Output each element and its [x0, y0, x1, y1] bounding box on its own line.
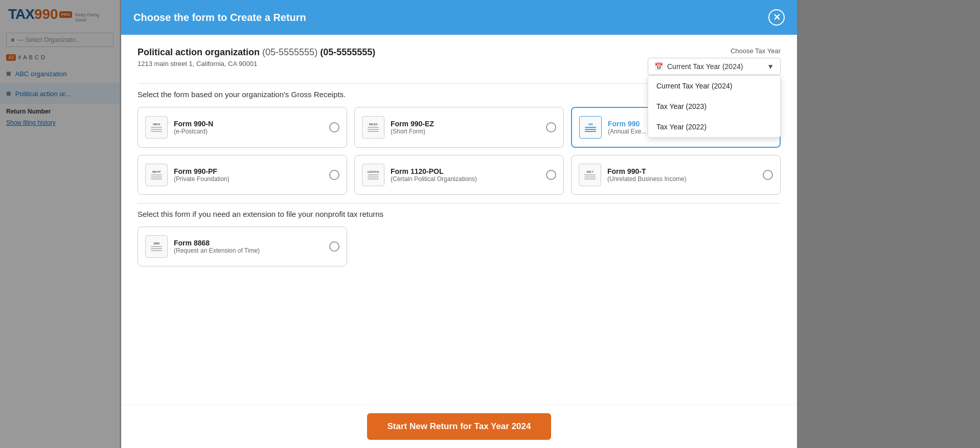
form-icon-990n: 990-N — [145, 116, 168, 139]
tax-year-dropdown-menu: Current Tax Year (2024) Tax Year (2023) … — [648, 75, 781, 138]
form-card-990ez[interactable]: 990-EZ Form 990-EZ (Short Form) — [354, 107, 564, 148]
form-name-8868: Form 8868 — [174, 239, 323, 247]
radio-8868[interactable] — [329, 241, 339, 252]
form-text-990n: Form 990-N (e-Postcard) — [174, 120, 323, 135]
tax-year-option-2023[interactable]: Tax Year (2023) — [648, 96, 780, 117]
start-return-button[interactable]: Start New Return for Tax Year 2024 — [367, 413, 552, 440]
form-icon-1120pol: 1120-POL — [362, 164, 384, 186]
org-ein: (05-5555555) — [262, 47, 317, 57]
form-icon-990ez: 990-EZ — [362, 116, 384, 139]
form-desc-1120pol: (Certain Political Organizations) — [391, 175, 540, 183]
radio-990pf[interactable] — [329, 170, 339, 180]
modal-body: Political action organization (05-555555… — [121, 35, 797, 405]
form-desc-990pf: (Private Foundation) — [174, 175, 323, 183]
form-icon-990t: 990-T — [579, 164, 601, 186]
form-icon-990: 990 — [579, 116, 602, 139]
form-name-990n: Form 990-N — [174, 120, 323, 128]
extension-title: Select this form if you need an extensio… — [138, 210, 781, 218]
form-name-990t: Form 990-T — [607, 167, 757, 175]
form-name-990ez: Form 990-EZ — [391, 120, 540, 128]
radio-990ez[interactable] — [546, 122, 556, 132]
radio-990n[interactable] — [329, 122, 339, 132]
form-text-8868: Form 8868 (Request an Extension of Time) — [174, 239, 323, 254]
form-name-990pf: Form 990-PF — [174, 167, 323, 175]
radio-1120pol[interactable] — [546, 170, 556, 180]
radio-990t[interactable] — [763, 170, 773, 180]
form-card-990pf[interactable]: 990-PF Form 990-PF (Private Foundation) — [138, 155, 347, 195]
org-address: 1213 main street 1, California, CA 90001 — [138, 60, 375, 68]
form-desc-990ez: (Short Form) — [391, 128, 540, 135]
form-name-1120pol: Form 1120-POL — [391, 167, 540, 175]
calendar-icon: 📅 — [654, 62, 663, 71]
form-icon-8868: 8868 — [145, 235, 168, 258]
form-desc-990n: (e-Postcard) — [174, 128, 323, 135]
modal-close-button[interactable]: ✕ — [768, 9, 785, 26]
modal-footer: Start New Return for Tax Year 2024 — [121, 405, 797, 448]
form-desc-990t: (Unrelated Business Income) — [607, 175, 757, 183]
form-card-990t[interactable]: 990-T Form 990-T (Unrelated Business Inc… — [571, 155, 781, 195]
form-card-990n[interactable]: 990-N Form 990-N (e-Postcard) — [138, 107, 347, 148]
org-header: Political action organization (05-555555… — [138, 47, 781, 75]
form-desc-8868: (Request an Extension of Time) — [174, 247, 323, 254]
form-icon-990pf: 990-PF — [145, 164, 168, 186]
dropdown-arrow-icon: ▼ — [767, 62, 774, 71]
org-ein-val: (05-5555555) — [320, 47, 375, 57]
form-card-8868[interactable]: 8868 Form 8868 (Request an Extension of … — [138, 227, 347, 266]
modal-title: Choose the form to Create a Return — [133, 12, 306, 24]
tax-year-section: Choose Tax Year 📅 Current Tax Year (2024… — [648, 47, 781, 75]
org-info: Political action organization (05-555555… — [138, 47, 375, 68]
tax-year-option-2022[interactable]: Tax Year (2022) — [648, 117, 780, 137]
form-text-1120pol: Form 1120-POL (Certain Political Organiz… — [391, 167, 540, 183]
form-text-990t: Form 990-T (Unrelated Business Income) — [607, 167, 757, 183]
tax-year-label: Choose Tax Year — [731, 47, 781, 55]
create-return-modal: Choose the form to Create a Return ✕ Pol… — [121, 0, 797, 448]
divider-2 — [138, 203, 781, 204]
form-card-1120pol[interactable]: 1120-POL Form 1120-POL (Certain Politica… — [354, 155, 564, 195]
extension-grid: 8868 Form 8868 (Request an Extension of … — [138, 227, 781, 266]
tax-year-dropdown[interactable]: 📅 Current Tax Year (2024) ▼ — [648, 58, 781, 75]
modal-header: Choose the form to Create a Return ✕ — [121, 0, 797, 35]
tax-year-selected: Current Tax Year (2024) — [667, 62, 743, 71]
form-text-990pf: Form 990-PF (Private Foundation) — [174, 167, 323, 183]
tax-year-option-2024[interactable]: Current Tax Year (2024) — [648, 76, 780, 96]
form-text-990ez: Form 990-EZ (Short Form) — [391, 120, 540, 135]
org-name-display: Political action organization (05-555555… — [138, 47, 375, 58]
